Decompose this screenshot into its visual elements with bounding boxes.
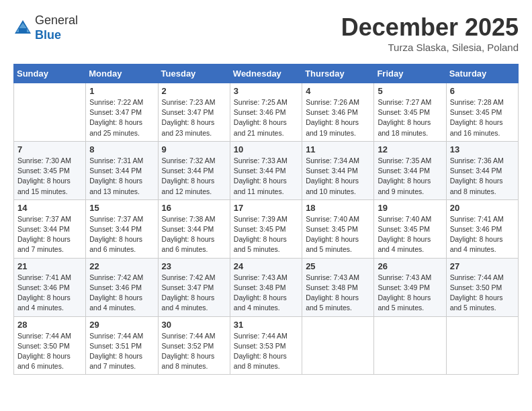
day-number: 25 <box>306 261 370 271</box>
day-info: Sunrise: 7:31 AM Sunset: 3:44 PM Dayligh… <box>89 156 154 197</box>
day-info: Sunrise: 7:22 AM Sunset: 3:47 PM Dayligh… <box>89 97 154 138</box>
calendar-cell: 10Sunrise: 7:33 AM Sunset: 3:44 PM Dayli… <box>230 141 302 199</box>
calendar-cell: 11Sunrise: 7:34 AM Sunset: 3:44 PM Dayli… <box>302 141 374 199</box>
day-info: Sunrise: 7:41 AM Sunset: 3:46 PM Dayligh… <box>450 214 515 255</box>
calendar-header-wednesday: Wednesday <box>230 64 302 83</box>
day-number: 2 <box>162 86 226 96</box>
day-number: 13 <box>450 144 515 154</box>
calendar-cell: 26Sunrise: 7:43 AM Sunset: 3:49 PM Dayli… <box>374 258 446 316</box>
day-info: Sunrise: 7:32 AM Sunset: 3:44 PM Dayligh… <box>162 156 226 197</box>
calendar-header-tuesday: Tuesday <box>158 64 230 83</box>
calendar-table: SundayMondayTuesdayWednesdayThursdayFrid… <box>13 64 519 375</box>
day-number: 10 <box>234 144 298 154</box>
day-info: Sunrise: 7:42 AM Sunset: 3:47 PM Dayligh… <box>162 273 226 314</box>
calendar-cell: 9Sunrise: 7:32 AM Sunset: 3:44 PM Daylig… <box>158 141 230 199</box>
day-number: 12 <box>378 144 442 154</box>
calendar-cell: 5Sunrise: 7:27 AM Sunset: 3:45 PM Daylig… <box>374 83 446 142</box>
day-number: 1 <box>89 86 154 96</box>
day-info: Sunrise: 7:42 AM Sunset: 3:46 PM Dayligh… <box>89 273 154 314</box>
calendar-cell: 29Sunrise: 7:44 AM Sunset: 3:51 PM Dayli… <box>86 316 158 375</box>
calendar-week-row: 28Sunrise: 7:44 AM Sunset: 3:50 PM Dayli… <box>14 316 519 375</box>
calendar-cell: 31Sunrise: 7:44 AM Sunset: 3:53 PM Dayli… <box>230 316 302 375</box>
day-info: Sunrise: 7:33 AM Sunset: 3:44 PM Dayligh… <box>234 156 298 197</box>
calendar-week-row: 14Sunrise: 7:37 AM Sunset: 3:44 PM Dayli… <box>14 199 519 258</box>
day-number: 19 <box>378 203 442 213</box>
day-number: 31 <box>234 320 298 330</box>
calendar-header-monday: Monday <box>86 64 158 83</box>
calendar-header-sunday: Sunday <box>14 64 86 83</box>
calendar-cell: 8Sunrise: 7:31 AM Sunset: 3:44 PM Daylig… <box>86 141 158 199</box>
day-number: 15 <box>89 203 154 213</box>
calendar-cell: 6Sunrise: 7:28 AM Sunset: 3:45 PM Daylig… <box>446 83 518 142</box>
svg-rect-2 <box>19 28 27 32</box>
day-number: 27 <box>450 261 515 271</box>
calendar-week-row: 1Sunrise: 7:22 AM Sunset: 3:47 PM Daylig… <box>14 83 519 142</box>
calendar-cell: 2Sunrise: 7:23 AM Sunset: 3:47 PM Daylig… <box>158 83 230 142</box>
location-subtitle: Turza Slaska, Silesia, Poland <box>341 42 519 53</box>
day-info: Sunrise: 7:43 AM Sunset: 3:48 PM Dayligh… <box>306 273 370 314</box>
day-info: Sunrise: 7:44 AM Sunset: 3:52 PM Dayligh… <box>162 331 226 372</box>
calendar-cell: 24Sunrise: 7:43 AM Sunset: 3:48 PM Dayli… <box>230 258 302 316</box>
calendar-header-saturday: Saturday <box>446 64 518 83</box>
day-number: 9 <box>162 144 226 154</box>
day-info: Sunrise: 7:37 AM Sunset: 3:44 PM Dayligh… <box>89 214 154 255</box>
day-number: 18 <box>306 203 370 213</box>
calendar-cell <box>374 316 446 375</box>
calendar-cell: 22Sunrise: 7:42 AM Sunset: 3:46 PM Dayli… <box>86 258 158 316</box>
day-info: Sunrise: 7:25 AM Sunset: 3:46 PM Dayligh… <box>234 97 298 138</box>
day-number: 6 <box>450 86 515 96</box>
calendar-cell: 25Sunrise: 7:43 AM Sunset: 3:48 PM Dayli… <box>302 258 374 316</box>
day-info: Sunrise: 7:39 AM Sunset: 3:45 PM Dayligh… <box>234 214 298 255</box>
page-header: General Blue December 2025 Turza Slaska,… <box>13 13 519 53</box>
calendar-week-row: 7Sunrise: 7:30 AM Sunset: 3:45 PM Daylig… <box>14 141 519 199</box>
calendar-cell <box>446 316 518 375</box>
calendar-cell: 13Sunrise: 7:36 AM Sunset: 3:44 PM Dayli… <box>446 141 518 199</box>
day-number: 3 <box>234 86 298 96</box>
day-number: 30 <box>162 320 226 330</box>
calendar-cell: 20Sunrise: 7:41 AM Sunset: 3:46 PM Dayli… <box>446 199 518 258</box>
day-info: Sunrise: 7:23 AM Sunset: 3:47 PM Dayligh… <box>162 97 226 138</box>
calendar-cell: 7Sunrise: 7:30 AM Sunset: 3:45 PM Daylig… <box>14 141 86 199</box>
day-number: 8 <box>89 144 154 154</box>
day-info: Sunrise: 7:40 AM Sunset: 3:45 PM Dayligh… <box>378 214 442 255</box>
day-number: 22 <box>89 261 154 271</box>
calendar-cell <box>302 316 374 375</box>
calendar-cell: 23Sunrise: 7:42 AM Sunset: 3:47 PM Dayli… <box>158 258 230 316</box>
calendar-cell: 28Sunrise: 7:44 AM Sunset: 3:50 PM Dayli… <box>14 316 86 375</box>
day-info: Sunrise: 7:28 AM Sunset: 3:45 PM Dayligh… <box>450 97 515 138</box>
title-block: December 2025 Turza Slaska, Silesia, Pol… <box>341 13 519 53</box>
day-number: 4 <box>306 86 370 96</box>
calendar-cell: 17Sunrise: 7:39 AM Sunset: 3:45 PM Dayli… <box>230 199 302 258</box>
day-number: 28 <box>17 320 82 330</box>
day-number: 21 <box>17 261 82 271</box>
month-title: December 2025 <box>341 13 519 42</box>
day-info: Sunrise: 7:41 AM Sunset: 3:46 PM Dayligh… <box>17 273 82 314</box>
day-info: Sunrise: 7:44 AM Sunset: 3:50 PM Dayligh… <box>17 331 82 372</box>
day-number: 7 <box>17 144 82 154</box>
calendar-cell: 30Sunrise: 7:44 AM Sunset: 3:52 PM Dayli… <box>158 316 230 375</box>
day-info: Sunrise: 7:44 AM Sunset: 3:50 PM Dayligh… <box>450 273 515 314</box>
logo-text: General Blue <box>35 13 78 42</box>
calendar-cell: 27Sunrise: 7:44 AM Sunset: 3:50 PM Dayli… <box>446 258 518 316</box>
logo-blue: Blue <box>35 28 61 42</box>
day-number: 26 <box>378 261 442 271</box>
calendar-header-row: SundayMondayTuesdayWednesdayThursdayFrid… <box>14 64 519 83</box>
day-number: 23 <box>162 261 226 271</box>
calendar-cell <box>14 83 86 142</box>
day-number: 17 <box>234 203 298 213</box>
calendar-cell: 4Sunrise: 7:26 AM Sunset: 3:46 PM Daylig… <box>302 83 374 142</box>
calendar-header-thursday: Thursday <box>302 64 374 83</box>
day-number: 11 <box>306 144 370 154</box>
day-info: Sunrise: 7:34 AM Sunset: 3:44 PM Dayligh… <box>306 156 370 197</box>
logo-icon <box>13 19 32 38</box>
calendar-cell: 1Sunrise: 7:22 AM Sunset: 3:47 PM Daylig… <box>86 83 158 142</box>
logo: General Blue <box>13 13 78 42</box>
day-info: Sunrise: 7:44 AM Sunset: 3:53 PM Dayligh… <box>234 331 298 372</box>
day-info: Sunrise: 7:27 AM Sunset: 3:45 PM Dayligh… <box>378 97 442 138</box>
day-number: 5 <box>378 86 442 96</box>
day-info: Sunrise: 7:40 AM Sunset: 3:45 PM Dayligh… <box>306 214 370 255</box>
day-info: Sunrise: 7:38 AM Sunset: 3:44 PM Dayligh… <box>162 214 226 255</box>
day-number: 16 <box>162 203 226 213</box>
logo-general: General <box>35 13 78 27</box>
day-number: 29 <box>89 320 154 330</box>
